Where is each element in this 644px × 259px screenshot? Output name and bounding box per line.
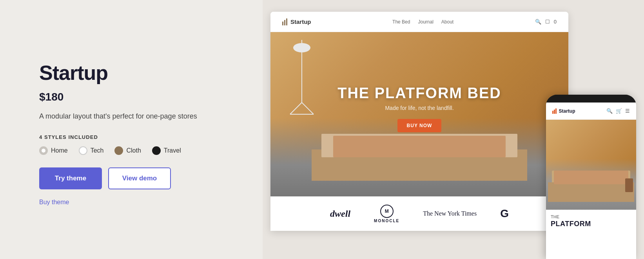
- hero-subtitle: Made for life, not the landfill.: [337, 105, 501, 111]
- theme-title: Startup: [39, 61, 231, 85]
- right-panel: Startup The Bed Journal About 🔍 ☐ 0: [263, 0, 644, 259]
- logo-bar-1: [282, 22, 283, 25]
- mobile-notch: [546, 95, 636, 103]
- hero-cta-button[interactable]: BUY NOW: [397, 119, 442, 132]
- mobile-menu-icon[interactable]: ☰: [625, 108, 630, 114]
- nyt-logo: The New York Times: [423, 210, 477, 217]
- desktop-preview: Startup The Bed Journal About 🔍 ☐ 0: [270, 12, 568, 231]
- logo-bar-2: [284, 20, 285, 25]
- style-name-home: Home: [51, 147, 68, 154]
- monocle-logo: M MONOCLE: [374, 205, 399, 223]
- style-option-travel[interactable]: Travel: [152, 146, 181, 155]
- mobile-logo-text: Startup: [559, 108, 575, 114]
- style-radio-cloth: [114, 146, 123, 155]
- mobile-screen: Startup 🔍 🛒 ☰ THE: [546, 103, 636, 259]
- mobile-search-icon[interactable]: 🔍: [606, 108, 613, 114]
- style-radio-tech: [79, 146, 87, 155]
- mobile-nav: Startup 🔍 🛒 ☰: [546, 103, 636, 120]
- style-name-tech: Tech: [91, 147, 104, 154]
- style-option-cloth[interactable]: Cloth: [114, 146, 141, 155]
- mobile-hero: [546, 120, 636, 210]
- button-row: Try theme View demo: [39, 167, 231, 189]
- search-icon[interactable]: 🔍: [535, 19, 541, 25]
- view-demo-button[interactable]: View demo: [108, 167, 171, 189]
- svg-point-1: [293, 43, 310, 52]
- dwell-logo: dwell: [330, 209, 350, 219]
- desktop-logo-text: Startup: [290, 18, 311, 25]
- mobile-bag-icon[interactable]: 🛒: [616, 108, 622, 114]
- style-options: Home Tech Cloth Travel: [39, 146, 231, 155]
- g-logo: G: [500, 207, 509, 220]
- styles-label: 4 STYLES INCLUDED: [39, 134, 231, 140]
- mobile-hero-text-bottom: PLATFORM: [551, 220, 631, 228]
- logo-bar-3: [286, 18, 287, 25]
- desktop-nav: Startup The Bed Journal About 🔍 ☐ 0: [270, 12, 568, 32]
- theme-price: $180: [39, 91, 231, 103]
- buy-theme-link[interactable]: Buy theme: [39, 199, 231, 206]
- theme-description: A modular layout that's perfect for one-…: [39, 111, 231, 122]
- try-theme-button[interactable]: Try theme: [39, 167, 102, 189]
- monocle-circle: M: [380, 205, 394, 218]
- svg-line-3: [302, 103, 314, 114]
- nav-link-journal[interactable]: Journal: [418, 19, 433, 25]
- style-name-cloth: Cloth: [126, 147, 141, 154]
- cart-icon[interactable]: ☐: [545, 19, 550, 25]
- style-radio-home: [39, 146, 48, 155]
- lamp-icon: [278, 40, 325, 118]
- mobile-preview: Startup 🔍 🛒 ☰ THE: [546, 95, 636, 259]
- mobile-hero-text-top: THE: [551, 214, 631, 219]
- mobile-nav-icons: 🔍 🛒 ☰: [606, 108, 630, 114]
- hero-title: THE PLATFORM BED: [337, 85, 501, 102]
- startup-logo-icon: [282, 18, 287, 25]
- style-radio-travel: [152, 146, 161, 155]
- nav-link-about[interactable]: About: [441, 19, 454, 25]
- style-option-tech[interactable]: Tech: [79, 146, 104, 155]
- desktop-nav-links: The Bed Journal About: [392, 19, 454, 25]
- hero-content: THE PLATFORM BED Made for life, not the …: [337, 85, 501, 144]
- svg-line-2: [290, 103, 302, 114]
- cart-count: 0: [554, 19, 557, 25]
- desktop-logos: dwell M MONOCLE The New York Times G: [270, 196, 568, 231]
- mobile-logo: Startup: [552, 108, 575, 114]
- desktop-hero: THE PLATFORM BED Made for life, not the …: [270, 32, 568, 196]
- left-panel: Startup $180 A modular layout that's per…: [0, 0, 263, 259]
- nav-link-the-bed[interactable]: The Bed: [392, 19, 410, 25]
- style-option-home[interactable]: Home: [39, 146, 68, 155]
- desktop-nav-icons: 🔍 ☐ 0: [535, 19, 557, 25]
- style-name-travel: Travel: [164, 147, 181, 154]
- desktop-nav-logo: Startup: [282, 18, 311, 25]
- mobile-bottom-text: THE PLATFORM: [546, 210, 636, 228]
- mobile-logo-bars-icon: [552, 108, 557, 114]
